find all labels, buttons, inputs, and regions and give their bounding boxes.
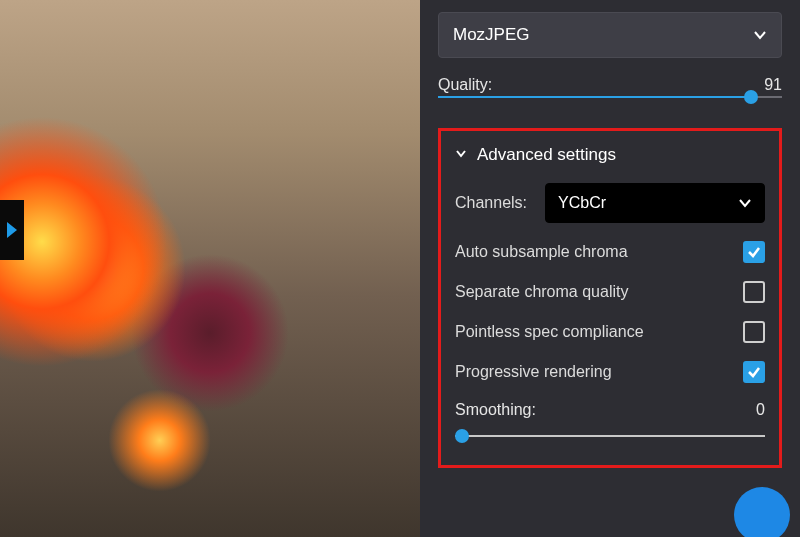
- option-label: Progressive rendering: [455, 363, 612, 381]
- preview-image: [0, 0, 420, 537]
- download-button[interactable]: [734, 487, 790, 537]
- slider-thumb[interactable]: [455, 429, 469, 443]
- checkbox-separate-chroma[interactable]: [743, 281, 765, 303]
- checkbox-auto-subsample[interactable]: [743, 241, 765, 263]
- smoothing-row: Smoothing: 0: [455, 401, 765, 419]
- checkbox-progressive[interactable]: [743, 361, 765, 383]
- option-auto-subsample: Auto subsample chroma: [455, 241, 765, 263]
- chevron-down-icon: [455, 148, 467, 162]
- image-preview[interactable]: [0, 0, 420, 537]
- channels-label: Channels:: [455, 194, 527, 212]
- channels-select[interactable]: YCbCr: [545, 183, 765, 223]
- checkmark-icon: [747, 245, 761, 259]
- quality-slider[interactable]: [438, 88, 782, 106]
- option-label: Pointless spec compliance: [455, 323, 644, 341]
- advanced-settings-section: Advanced settings Channels: YCbCr Auto s…: [438, 128, 782, 468]
- encoder-select[interactable]: MozJPEG: [438, 12, 782, 58]
- slider-thumb[interactable]: [744, 90, 758, 104]
- channels-selected: YCbCr: [558, 194, 606, 212]
- channels-row: Channels: YCbCr: [455, 183, 765, 223]
- smoothing-label: Smoothing:: [455, 401, 536, 419]
- chevron-down-icon: [738, 194, 752, 212]
- encoder-selected: MozJPEG: [453, 25, 530, 45]
- svg-marker-0: [7, 222, 17, 238]
- chevron-down-icon: [753, 27, 767, 43]
- option-pointless-spec: Pointless spec compliance: [455, 321, 765, 343]
- checkbox-pointless-spec[interactable]: [743, 321, 765, 343]
- settings-panel: MozJPEG Quality: 91 Advanced settings: [420, 0, 800, 537]
- option-label: Auto subsample chroma: [455, 243, 628, 261]
- option-label: Separate chroma quality: [455, 283, 628, 301]
- compare-handle[interactable]: [0, 200, 24, 260]
- play-right-icon: [5, 220, 19, 240]
- checkmark-icon: [747, 365, 761, 379]
- option-separate-chroma: Separate chroma quality: [455, 281, 765, 303]
- option-progressive: Progressive rendering: [455, 361, 765, 383]
- advanced-title: Advanced settings: [477, 145, 616, 165]
- smoothing-value: 0: [733, 401, 765, 419]
- smoothing-slider[interactable]: [455, 427, 765, 445]
- app-root: MozJPEG Quality: 91 Advanced settings: [0, 0, 800, 537]
- advanced-toggle[interactable]: Advanced settings: [455, 145, 765, 165]
